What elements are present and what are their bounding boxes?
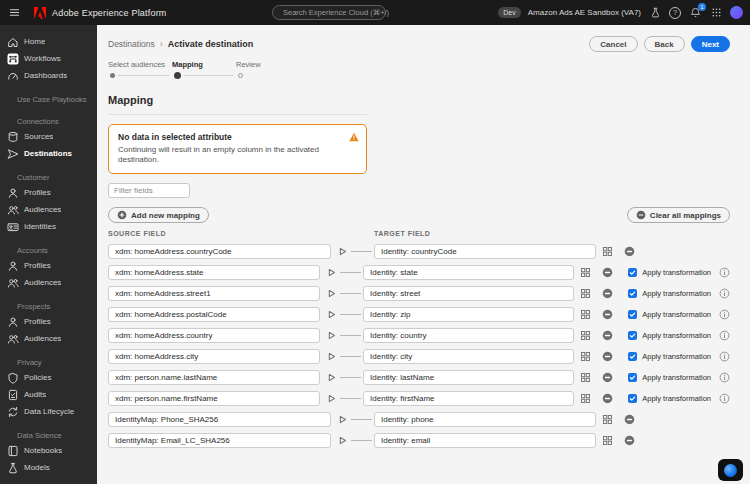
help-icon[interactable]: ? bbox=[669, 7, 681, 19]
select-source-field-icon[interactable] bbox=[325, 371, 338, 384]
select-source-field-icon[interactable] bbox=[325, 329, 338, 342]
source-field-input[interactable] bbox=[108, 244, 331, 259]
sidebar-item-profiles[interactable]: Profiles bbox=[0, 313, 97, 330]
info-icon[interactable] bbox=[719, 309, 730, 320]
source-field-input[interactable] bbox=[108, 370, 320, 385]
labs-icon[interactable] bbox=[648, 6, 662, 20]
sidebar-item-sources[interactable]: Sources bbox=[0, 128, 97, 145]
remove-mapping-icon[interactable] bbox=[601, 308, 614, 321]
select-source-field-icon[interactable] bbox=[325, 266, 338, 279]
sidebar-item-profiles[interactable]: Profiles bbox=[0, 184, 97, 201]
sidebar-item-data-lifecycle[interactable]: Data Lifecycle bbox=[0, 403, 97, 420]
info-icon[interactable] bbox=[719, 330, 730, 341]
back-button[interactable]: Back bbox=[644, 36, 685, 52]
apply-transformation-checkbox[interactable] bbox=[628, 352, 637, 361]
info-icon[interactable] bbox=[719, 393, 730, 404]
select-target-field-icon[interactable] bbox=[579, 287, 592, 300]
sidebar-item-destinations[interactable]: Destinations bbox=[0, 145, 97, 162]
target-field-input[interactable] bbox=[363, 349, 574, 364]
target-field-input[interactable] bbox=[363, 265, 574, 280]
sidebar-item-profiles[interactable]: Profiles bbox=[0, 257, 97, 274]
remove-mapping-icon[interactable] bbox=[623, 434, 636, 447]
target-field-input[interactable] bbox=[374, 433, 596, 448]
target-field-input[interactable] bbox=[363, 286, 574, 301]
sidebar-item-models[interactable]: Models bbox=[0, 459, 97, 476]
source-field-input[interactable] bbox=[108, 412, 331, 427]
breadcrumb-destinations[interactable]: Destinations bbox=[108, 39, 155, 49]
search-input[interactable]: Search Experience Cloud (⌘+/) bbox=[272, 5, 386, 20]
select-source-field-icon[interactable] bbox=[336, 245, 349, 258]
target-field-input[interactable] bbox=[374, 412, 596, 427]
select-target-field-icon[interactable] bbox=[579, 392, 592, 405]
target-field-input[interactable] bbox=[363, 370, 574, 385]
info-icon[interactable] bbox=[719, 372, 730, 383]
select-source-field-icon[interactable] bbox=[325, 392, 338, 405]
source-field-input[interactable] bbox=[108, 265, 320, 280]
sidebar-item-audiences[interactable]: Audiences bbox=[0, 201, 97, 218]
apply-transformation-checkbox[interactable] bbox=[628, 373, 637, 382]
filter-fields-input[interactable] bbox=[108, 183, 190, 198]
apply-transformation-checkbox[interactable] bbox=[628, 394, 637, 403]
notifications-icon[interactable]: 1 bbox=[688, 6, 702, 20]
info-icon[interactable] bbox=[719, 351, 730, 362]
sidebar-item-audiences[interactable]: Audiences bbox=[0, 274, 97, 291]
source-field-input[interactable] bbox=[108, 433, 331, 448]
select-target-field-icon[interactable] bbox=[579, 266, 592, 279]
menu-icon[interactable] bbox=[7, 6, 21, 20]
target-field-input[interactable] bbox=[363, 328, 574, 343]
sandbox-switcher[interactable]: Amazon Ads AE Sandbox (VA7) bbox=[528, 8, 641, 17]
apply-transformation-checkbox[interactable] bbox=[628, 268, 637, 277]
apply-transformation-checkbox[interactable] bbox=[628, 289, 637, 298]
select-source-field-icon[interactable] bbox=[336, 434, 349, 447]
target-field-input[interactable] bbox=[374, 244, 596, 259]
step-mapping[interactable]: Mapping bbox=[172, 60, 236, 80]
source-field-input[interactable] bbox=[108, 349, 320, 364]
step-review[interactable]: Review bbox=[236, 60, 300, 80]
select-target-field-icon[interactable] bbox=[601, 413, 614, 426]
remove-mapping-icon[interactable] bbox=[623, 413, 636, 426]
select-target-field-icon[interactable] bbox=[579, 329, 592, 342]
remove-mapping-icon[interactable] bbox=[601, 287, 614, 300]
select-target-field-icon[interactable] bbox=[601, 245, 614, 258]
sidebar-item-dashboards[interactable]: Dashboards bbox=[0, 67, 97, 84]
apply-transformation-checkbox[interactable] bbox=[628, 310, 637, 319]
sidebar-item-home[interactable]: Home bbox=[0, 33, 97, 50]
remove-mapping-icon[interactable] bbox=[601, 371, 614, 384]
apply-transformation-checkbox[interactable] bbox=[628, 331, 637, 340]
source-field-input[interactable] bbox=[108, 307, 320, 322]
select-target-field-icon[interactable] bbox=[579, 350, 592, 363]
source-field-input[interactable] bbox=[108, 328, 320, 343]
ai-assistant-button[interactable] bbox=[718, 459, 743, 481]
select-source-field-icon[interactable] bbox=[336, 413, 349, 426]
select-target-field-icon[interactable] bbox=[579, 371, 592, 384]
remove-mapping-icon[interactable] bbox=[601, 392, 614, 405]
source-field-input[interactable] bbox=[108, 286, 320, 301]
user-avatar[interactable] bbox=[730, 6, 743, 19]
info-icon[interactable] bbox=[719, 288, 730, 299]
step-select-audiences[interactable]: Select audiences bbox=[108, 60, 172, 80]
sidebar-item-policies[interactable]: Policies bbox=[0, 369, 97, 386]
select-target-field-icon[interactable] bbox=[579, 308, 592, 321]
info-icon[interactable] bbox=[719, 267, 730, 278]
sidebar-item-audits[interactable]: Audits bbox=[0, 386, 97, 403]
source-field-input[interactable] bbox=[108, 391, 320, 406]
remove-mapping-icon[interactable] bbox=[601, 350, 614, 363]
sidebar-item-identities[interactable]: Identities bbox=[0, 218, 97, 235]
sidebar-item-audiences[interactable]: Audiences bbox=[0, 330, 97, 347]
select-source-field-icon[interactable] bbox=[325, 308, 338, 321]
remove-mapping-icon[interactable] bbox=[601, 329, 614, 342]
select-target-field-icon[interactable] bbox=[601, 434, 614, 447]
clear-all-mappings-button[interactable]: Clear all mappings bbox=[627, 207, 730, 223]
target-field-input[interactable] bbox=[363, 391, 574, 406]
select-source-field-icon[interactable] bbox=[325, 350, 338, 363]
target-field-input[interactable] bbox=[363, 307, 574, 322]
remove-mapping-icon[interactable] bbox=[623, 245, 636, 258]
add-new-mapping-button[interactable]: Add new mapping bbox=[108, 207, 209, 223]
sidebar-item-notebooks[interactable]: Notebooks bbox=[0, 442, 97, 459]
remove-mapping-icon[interactable] bbox=[601, 266, 614, 279]
sidebar-item-workflows[interactable]: Workflows bbox=[0, 50, 97, 67]
apps-grid-icon[interactable] bbox=[709, 6, 723, 20]
cancel-button[interactable]: Cancel bbox=[589, 36, 637, 52]
select-source-field-icon[interactable] bbox=[325, 287, 338, 300]
next-button[interactable]: Next bbox=[691, 36, 730, 52]
